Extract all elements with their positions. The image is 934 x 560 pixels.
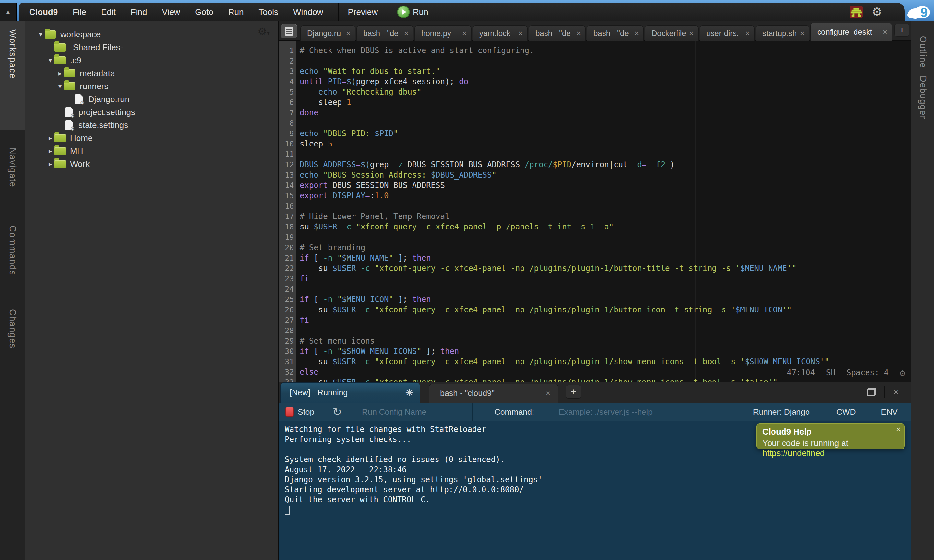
tree-item-state-settings[interactable]: state.settings (56, 118, 128, 132)
close-icon[interactable]: × (883, 28, 887, 37)
cursor-position[interactable]: 47:104 (787, 368, 815, 377)
tree-open-arrow-icon[interactable]: ▾ (56, 82, 64, 90)
code-token: $SHOW_MENU_ICONS (745, 357, 820, 366)
popup-link[interactable]: https://undefined (763, 448, 825, 458)
close-icon[interactable]: × (576, 29, 581, 38)
run-config-name-input[interactable]: Run Config Name (362, 408, 427, 417)
code-token (337, 88, 342, 97)
bug-report-icon[interactable] (850, 6, 863, 18)
indent-setting[interactable]: Spaces: 4 (846, 368, 889, 377)
tree-settings-gear-icon[interactable]: ⚙▾ (257, 25, 270, 38)
code-token: if (300, 254, 309, 263)
editor-tab-0[interactable]: Django.ru× (300, 25, 355, 41)
close-icon[interactable]: × (404, 29, 408, 38)
menu-file[interactable]: File (72, 7, 86, 17)
line-number: 3 (279, 66, 294, 77)
tab-list-button[interactable] (281, 24, 297, 38)
close-icon[interactable]: × (689, 29, 694, 38)
menu-view[interactable]: View (162, 7, 180, 17)
popup-close-icon[interactable]: × (896, 425, 901, 434)
code-token: $MENU_ICON (342, 295, 389, 304)
tree-open-arrow-icon[interactable]: ▾ (46, 56, 54, 64)
tree-item-mh[interactable]: ▸MH (46, 145, 83, 157)
close-icon[interactable]: × (518, 29, 523, 38)
command-input[interactable]: Example: ./server.js --help (559, 408, 652, 417)
run-button[interactable]: Run (397, 6, 428, 18)
tree-item-work[interactable]: ▸Work (46, 157, 89, 171)
statusbar-gear-icon[interactable]: ⚙ (900, 367, 905, 378)
tree-open-arrow-icon[interactable]: ▾ (36, 31, 45, 38)
editor-tab-9[interactable]: configure_deskt× (811, 23, 892, 41)
editor-tab-2[interactable]: home.py× (415, 25, 472, 41)
code-token: '" (820, 357, 829, 366)
tree-item-project-settings[interactable]: project.settings (56, 106, 135, 118)
stop-button[interactable]: Stop (298, 408, 314, 417)
syntax-mode[interactable]: SH (826, 368, 835, 377)
tree-closed-arrow-icon[interactable]: ▸ (46, 147, 54, 155)
editor-tab-label: configure_deskt (817, 28, 880, 37)
editor-tab-label: startup.sh (763, 29, 797, 38)
file-tree-panel: ⚙▾ ▾workspace-Shared Files-▾.c9▸metadata… (25, 22, 278, 560)
code-token: # Check when DBUS is active and start co… (300, 46, 534, 55)
tree-closed-arrow-icon[interactable]: ▸ (46, 160, 54, 168)
console-tab-running[interactable]: [New] - Running ❋ (280, 382, 420, 403)
sidebar-tab-navigate[interactable]: Navigate (8, 148, 17, 188)
terminal-line: Starting development server at http://0.… (285, 485, 524, 495)
cwd-button[interactable]: CWD (836, 408, 856, 417)
editor-tab-1[interactable]: bash - "de× (356, 25, 413, 41)
menu-goto[interactable]: Goto (195, 7, 213, 17)
restart-icon[interactable]: ↻ (333, 405, 342, 418)
close-icon[interactable]: × (346, 29, 351, 38)
tree-item-runners[interactable]: ▾runners (56, 80, 108, 93)
editor-tab-3[interactable]: yarn.lock× (473, 25, 528, 41)
new-editor-tab-button[interactable]: + (894, 24, 909, 37)
editor-tab-5[interactable]: bash - "de× (587, 25, 644, 41)
code-editor[interactable]: 1234567891011121314151617181920212223242… (279, 42, 911, 382)
console-tab-bash[interactable]: bash - "cloud9" × (429, 384, 558, 403)
editor-tab-8[interactable]: startup.sh× (756, 25, 809, 41)
runner-selector[interactable]: Runner: Django (753, 408, 810, 417)
tree-item-label: Django.run (88, 94, 129, 105)
new-console-tab-button[interactable]: + (566, 385, 581, 398)
preview-button[interactable]: Preview (348, 7, 378, 17)
env-button[interactable]: ENV (881, 408, 898, 417)
editor-tab-7[interactable]: user-dirs.× (700, 25, 755, 41)
code-token: -n (323, 295, 333, 304)
tree-item--c9[interactable]: ▾.c9 (46, 54, 82, 67)
sidebar-tab-workspace[interactable]: Workspace (8, 29, 17, 79)
menu-tools[interactable]: Tools (259, 7, 278, 17)
sidebar-tab-changes[interactable]: Changes (8, 309, 17, 349)
editor-tab-4[interactable]: bash - "de× (529, 25, 586, 41)
code-token: ]; (422, 347, 441, 356)
tree-item-workspace[interactable]: ▾workspace (36, 28, 100, 41)
tree-item-django-run[interactable]: Django.run (66, 93, 129, 106)
sidebar-tab-commands[interactable]: Commands (8, 226, 17, 275)
close-icon[interactable]: × (546, 389, 550, 398)
tree-item-metadata[interactable]: ▸metadata (56, 67, 115, 80)
terminal-line: Performing system checks... (285, 435, 411, 445)
app-menu-cloud9[interactable]: Cloud9 (29, 7, 58, 17)
menu-window[interactable]: Window (293, 7, 323, 17)
menu-find[interactable]: Find (131, 7, 147, 17)
menu-edit[interactable]: Edit (101, 7, 116, 17)
editor-tab-6[interactable]: Dockerfile× (645, 25, 698, 41)
sidebar-tab-outline[interactable]: Outline (918, 36, 928, 68)
restore-panel-icon[interactable] (867, 388, 876, 396)
close-icon[interactable]: × (745, 29, 750, 38)
tree-closed-arrow-icon[interactable]: ▸ (56, 69, 64, 77)
close-icon[interactable]: × (800, 29, 805, 38)
line-number: 4 (279, 77, 294, 87)
tree-closed-arrow-icon[interactable]: ▸ (46, 134, 54, 142)
code-token: export (300, 181, 328, 190)
sidebar-tab-debugger[interactable]: Debugger (918, 76, 928, 120)
code-line: if [ -n "$SHOW_MENU_ICONS" ]; then (300, 346, 459, 357)
close-icon[interactable]: × (462, 29, 467, 38)
menu-run[interactable]: Run (228, 7, 244, 17)
close-icon[interactable]: × (634, 29, 639, 38)
code-token: -d (632, 160, 642, 169)
close-panel-icon[interactable]: × (893, 387, 899, 398)
collapse-menubar-button[interactable]: ▲ (0, 3, 17, 22)
settings-gear-icon[interactable]: ⚙ (872, 5, 882, 19)
tree-item--shared-files-[interactable]: -Shared Files- (46, 41, 123, 54)
tree-item-home[interactable]: ▸Home (46, 132, 92, 145)
